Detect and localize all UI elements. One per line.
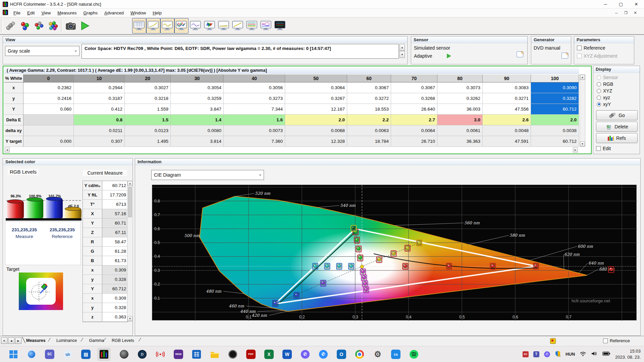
- view-luminance-flat[interactable]: [217, 18, 231, 34]
- view-rgb-levels[interactable]: [174, 18, 189, 34]
- measure-cell[interactable]: 0.3259: [171, 93, 224, 104]
- measure-cell[interactable]: 47.556: [483, 104, 531, 115]
- view-history-1[interactable]: [245, 18, 259, 34]
- radio-icon[interactable]: [597, 75, 601, 80]
- checkbox-icon[interactable]: [577, 46, 582, 50]
- tray-defender-icon[interactable]: [555, 351, 561, 358]
- scroll-down-icon[interactable]: ▼: [127, 316, 132, 321]
- measure-cell[interactable]: 36.003: [437, 104, 483, 115]
- cie-diagram[interactable]: 0.10.20.30.40.50.60.70.80.10.20.30.40.50…: [152, 185, 637, 320]
- column-header-30[interactable]: 30: [171, 74, 224, 82]
- tab-luminance[interactable]: Luminance: [54, 337, 79, 344]
- wifi-icon[interactable]: [580, 351, 586, 357]
- scroll-down-icon[interactable]: ▼: [580, 141, 585, 146]
- measure-cell[interactable]: 0.3267: [285, 93, 347, 104]
- menu-item-measures[interactable]: Measures: [54, 9, 80, 17]
- view-cie-diagram[interactable]: [203, 18, 217, 34]
- column-header-70[interactable]: 70: [391, 74, 437, 82]
- generator-configure-icon[interactable]: [561, 53, 568, 59]
- taskbar-icon-excel[interactable]: X: [264, 350, 274, 359]
- measure-cell[interactable]: 0.3273: [224, 93, 285, 104]
- measure-cell[interactable]: 0.3064: [285, 82, 347, 93]
- measure-cell[interactable]: 0.0073: [224, 125, 285, 136]
- measure-cell[interactable]: 26.640: [391, 104, 437, 115]
- measure-cell[interactable]: 7.344: [224, 104, 285, 115]
- view-measures-dark[interactable]: [273, 18, 287, 34]
- taskbar-clock[interactable]: 15:03 2023. 08. 23.: [615, 348, 641, 360]
- scroll-up-icon[interactable]: ▲: [127, 181, 132, 186]
- minimize-icon[interactable]: ─: [598, 0, 613, 9]
- measure-cell[interactable]: 60.712: [531, 136, 579, 147]
- taskbar-icon-record-app[interactable]: [228, 350, 237, 359]
- measure-cell[interactable]: 0.3090: [531, 82, 579, 93]
- battery-icon[interactable]: [602, 351, 610, 357]
- taskbar-icon-hcfr-active[interactable]: [97, 348, 111, 361]
- primaries-measure-icon[interactable]: [46, 18, 60, 33]
- radio-icon[interactable]: [597, 102, 601, 107]
- checkbox-icon[interactable]: [603, 339, 608, 343]
- info-spinner[interactable]: ▲ ▼: [399, 44, 405, 58]
- reference-checkbox[interactable]: Reference: [577, 45, 605, 51]
- measure-cell[interactable]: [23, 125, 74, 136]
- radio-icon[interactable]: [597, 89, 601, 93]
- measure-cell[interactable]: 0.0048: [483, 125, 531, 136]
- free-measures-icon[interactable]: [18, 18, 32, 33]
- measure-cell[interactable]: 12.167: [285, 104, 347, 115]
- measure-cell[interactable]: 0.412: [74, 104, 125, 115]
- view-luminance[interactable]: [146, 18, 160, 34]
- go-button[interactable]: Go: [596, 110, 638, 120]
- measure-cell[interactable]: 0.0063: [347, 125, 391, 136]
- tab-rgb-levels[interactable]: RGB Levels: [110, 337, 136, 344]
- sensor-setup-icon[interactable]: [4, 18, 18, 33]
- measure-cell[interactable]: 0.3272: [347, 93, 391, 104]
- measure-cell[interactable]: 0.3067: [347, 82, 391, 93]
- measure-cell[interactable]: 0.3187: [74, 93, 125, 104]
- information-view-select[interactable]: CIE Diagram˅: [151, 170, 264, 180]
- measure-cell[interactable]: 0.2416: [23, 93, 74, 104]
- view-gamma-line[interactable]: [231, 18, 245, 34]
- taskbar-icon-signal-app[interactable]: [156, 350, 165, 359]
- volume-icon[interactable]: [591, 351, 598, 357]
- spinner-down-icon[interactable]: ▼: [399, 51, 405, 58]
- tab-scroll-right-icon[interactable]: ►: [15, 338, 21, 344]
- measure-cell[interactable]: 0.3054: [171, 82, 224, 93]
- measure-cell[interactable]: 60.712: [531, 104, 579, 115]
- view-mode-select[interactable]: Gray scale˅: [5, 46, 79, 56]
- measure-cell[interactable]: 47.591: [483, 136, 531, 147]
- menu-item-help[interactable]: Help: [149, 9, 165, 17]
- taskbar-icon-chrome[interactable]: [355, 350, 364, 359]
- measures-grid[interactable]: % White0102030405060708090100x0.23620.29…: [4, 74, 579, 147]
- view-measures-grid[interactable]: [132, 18, 146, 34]
- statusbar-reference-checkbox[interactable]: Reference: [603, 338, 630, 343]
- view-gamma[interactable]: [160, 18, 174, 34]
- refs-button[interactable]: Refs: [596, 133, 638, 143]
- measure-cell[interactable]: 0.3262: [437, 93, 483, 104]
- menu-item-view[interactable]: View: [38, 9, 54, 17]
- measure-cell[interactable]: 0.2944: [74, 82, 125, 93]
- menu-item-advanced[interactable]: Advanced: [101, 9, 127, 17]
- column-header-100[interactable]: 100: [531, 74, 579, 82]
- measure-cell[interactable]: 0.8: [74, 115, 125, 125]
- measure-vscrollbar[interactable]: ▲ ▼: [127, 181, 133, 321]
- menu-item-window[interactable]: Window: [127, 9, 149, 17]
- column-header-40[interactable]: 40: [224, 74, 285, 82]
- maximize-icon[interactable]: ▢: [613, 0, 629, 9]
- scroll-right-icon[interactable]: ►: [573, 147, 578, 153]
- tab-measures[interactable]: Measures: [24, 337, 48, 344]
- column-header-60[interactable]: 60: [347, 74, 391, 82]
- column-header-80[interactable]: 80: [437, 74, 483, 82]
- measure-cell[interactable]: 36.363: [437, 136, 483, 147]
- tab-scroll-left-icon[interactable]: ◄: [8, 338, 14, 344]
- camera-icon[interactable]: [64, 18, 78, 33]
- taskbar-icon-spotify[interactable]: [409, 350, 419, 359]
- taskbar-icon-rew[interactable]: REW: [174, 350, 183, 359]
- measure-cell[interactable]: 0.0068: [285, 125, 347, 136]
- measure-cell[interactable]: 0.3083: [483, 82, 531, 93]
- mdi-restore-icon[interactable]: ❐: [622, 10, 630, 16]
- taskbar-icon-settings[interactable]: ⚙: [373, 350, 382, 359]
- scroll-left-icon[interactable]: ◄: [5, 147, 10, 153]
- measure-cell[interactable]: 0.0061: [437, 125, 483, 136]
- taskbar-icon-qbittorrent[interactable]: qb: [63, 350, 72, 359]
- measure-cell[interactable]: 3.814: [171, 136, 224, 147]
- sensor-configure-icon[interactable]: [517, 51, 523, 57]
